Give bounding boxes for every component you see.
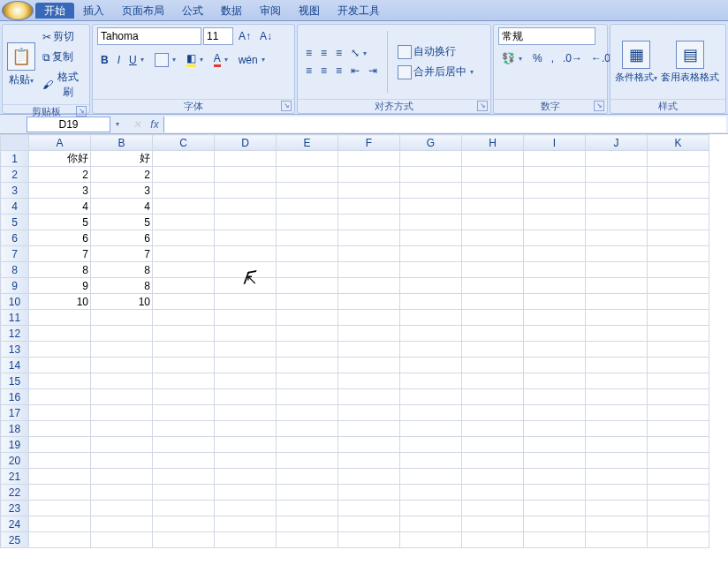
cell-D13[interactable] bbox=[215, 342, 277, 358]
cell-J4[interactable] bbox=[586, 199, 648, 215]
cell-C16[interactable] bbox=[153, 389, 215, 405]
cell-I16[interactable] bbox=[524, 389, 586, 405]
cell-H16[interactable] bbox=[462, 389, 524, 405]
cell-D15[interactable] bbox=[215, 373, 277, 389]
cell-H2[interactable] bbox=[462, 167, 524, 183]
cell-A15[interactable] bbox=[29, 373, 91, 389]
cell-A12[interactable] bbox=[29, 326, 91, 342]
col-header-J[interactable]: J bbox=[586, 135, 648, 151]
cell-G1[interactable] bbox=[400, 151, 462, 167]
cell-K11[interactable] bbox=[648, 310, 709, 326]
cell-G25[interactable] bbox=[400, 532, 462, 548]
tab-公式[interactable]: 公式 bbox=[173, 3, 212, 19]
align-middle-button[interactable]: ≡ bbox=[317, 45, 330, 61]
cell-E8[interactable] bbox=[277, 262, 338, 278]
cell-K24[interactable] bbox=[648, 516, 709, 532]
row-header-23[interactable]: 23 bbox=[1, 501, 29, 516]
cell-A18[interactable] bbox=[29, 421, 91, 437]
cell-E24[interactable] bbox=[277, 516, 338, 532]
cell-B25[interactable] bbox=[91, 532, 153, 548]
row-header-21[interactable]: 21 bbox=[1, 469, 29, 485]
cell-K12[interactable] bbox=[648, 326, 709, 342]
cell-B24[interactable] bbox=[91, 516, 153, 532]
col-header-D[interactable]: D bbox=[215, 135, 277, 151]
cell-D16[interactable] bbox=[215, 389, 277, 405]
cell-H25[interactable] bbox=[462, 532, 524, 548]
cell-I18[interactable] bbox=[524, 421, 586, 437]
cell-D23[interactable] bbox=[215, 501, 277, 516]
cell-G24[interactable] bbox=[400, 516, 462, 532]
cell-I5[interactable] bbox=[524, 215, 586, 230]
cell-F13[interactable] bbox=[338, 342, 400, 358]
cell-E18[interactable] bbox=[277, 421, 338, 437]
cell-E25[interactable] bbox=[277, 532, 338, 548]
cell-B21[interactable] bbox=[91, 469, 153, 485]
cell-B12[interactable] bbox=[91, 326, 153, 342]
cell-C12[interactable] bbox=[153, 326, 215, 342]
cell-G22[interactable] bbox=[400, 485, 462, 501]
select-all-corner[interactable] bbox=[1, 135, 29, 151]
cell-H1[interactable] bbox=[462, 151, 524, 167]
cell-J15[interactable] bbox=[586, 373, 648, 389]
cell-G5[interactable] bbox=[400, 215, 462, 230]
cell-E1[interactable] bbox=[277, 151, 338, 167]
cell-I22[interactable] bbox=[524, 485, 586, 501]
cell-C21[interactable] bbox=[153, 469, 215, 485]
cell-J3[interactable] bbox=[586, 183, 648, 199]
cell-F12[interactable] bbox=[338, 326, 400, 342]
cell-J24[interactable] bbox=[586, 516, 648, 532]
cell-K22[interactable] bbox=[648, 485, 709, 501]
row-header-6[interactable]: 6 bbox=[1, 230, 29, 246]
cell-J19[interactable] bbox=[586, 437, 648, 453]
cell-A20[interactable] bbox=[29, 453, 91, 469]
row-header-12[interactable]: 12 bbox=[1, 326, 29, 342]
cell-B19[interactable] bbox=[91, 437, 153, 453]
align-center-button[interactable]: ≡ bbox=[317, 63, 330, 79]
cell-K7[interactable] bbox=[648, 246, 709, 262]
cell-K23[interactable] bbox=[648, 501, 709, 516]
cell-B2[interactable]: 2 bbox=[91, 167, 153, 183]
name-box[interactable] bbox=[27, 117, 110, 132]
tab-开发工具[interactable]: 开发工具 bbox=[329, 3, 389, 19]
cell-E6[interactable] bbox=[277, 230, 338, 246]
row-header-15[interactable]: 15 bbox=[1, 373, 29, 389]
cell-H12[interactable] bbox=[462, 326, 524, 342]
cell-K6[interactable] bbox=[648, 230, 709, 246]
cell-C5[interactable] bbox=[153, 215, 215, 230]
currency-button[interactable]: 💱▾ bbox=[498, 50, 527, 66]
merge-center-button[interactable]: 合并后居中▾ bbox=[394, 63, 479, 81]
font-dialog-launcher[interactable]: ↘ bbox=[281, 101, 292, 111]
increase-indent-button[interactable]: ⇥ bbox=[365, 63, 381, 79]
cell-B13[interactable] bbox=[91, 342, 153, 358]
office-button[interactable] bbox=[2, 1, 34, 20]
italic-button[interactable]: I bbox=[114, 52, 124, 68]
cell-D10[interactable] bbox=[215, 294, 277, 310]
cell-A5[interactable]: 5 bbox=[29, 215, 91, 230]
percent-button[interactable]: % bbox=[529, 50, 546, 66]
cell-I13[interactable] bbox=[524, 342, 586, 358]
cell-C6[interactable] bbox=[153, 230, 215, 246]
cell-C11[interactable] bbox=[153, 310, 215, 326]
cell-B1[interactable]: 好 bbox=[91, 151, 153, 167]
cell-D18[interactable] bbox=[215, 421, 277, 437]
cell-H22[interactable] bbox=[462, 485, 524, 501]
cell-K10[interactable] bbox=[648, 294, 709, 310]
number-format-combo[interactable] bbox=[498, 27, 595, 45]
cell-D2[interactable] bbox=[215, 167, 277, 183]
col-header-B[interactable]: B bbox=[91, 135, 153, 151]
cell-E19[interactable] bbox=[277, 437, 338, 453]
cell-J2[interactable] bbox=[586, 167, 648, 183]
cell-H11[interactable] bbox=[462, 310, 524, 326]
cell-F25[interactable] bbox=[338, 532, 400, 548]
cell-K19[interactable] bbox=[648, 437, 709, 453]
cell-H18[interactable] bbox=[462, 421, 524, 437]
cell-C24[interactable] bbox=[153, 516, 215, 532]
cell-J12[interactable] bbox=[586, 326, 648, 342]
format-painter-button[interactable]: 🖌格式刷 bbox=[39, 68, 85, 102]
cell-F21[interactable] bbox=[338, 469, 400, 485]
cell-H20[interactable] bbox=[462, 453, 524, 469]
cell-A13[interactable] bbox=[29, 342, 91, 358]
cell-E5[interactable] bbox=[277, 215, 338, 230]
cell-B5[interactable]: 5 bbox=[91, 215, 153, 230]
cell-H3[interactable] bbox=[462, 183, 524, 199]
